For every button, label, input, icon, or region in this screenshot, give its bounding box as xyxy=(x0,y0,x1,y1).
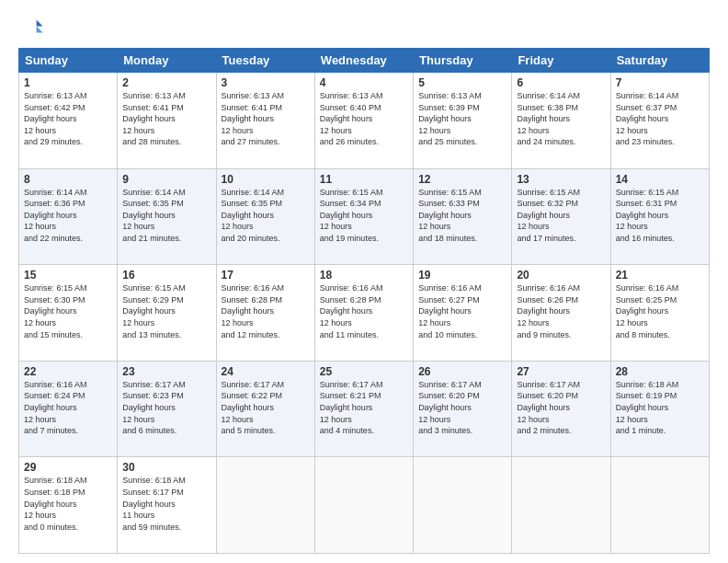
col-header-thursday: Thursday xyxy=(414,49,512,73)
day-number: 3 xyxy=(222,76,310,89)
calendar-cell xyxy=(512,457,610,554)
svg-marker-0 xyxy=(37,20,43,27)
calendar-row-4: 22Sunrise: 6:16 AMSunset: 6:24 PMDayligh… xyxy=(19,361,710,457)
day-info: Sunrise: 6:15 AMSunset: 6:34 PMDaylight … xyxy=(320,187,408,245)
day-number: 30 xyxy=(122,461,210,474)
calendar-cell: 19Sunrise: 6:16 AMSunset: 6:27 PMDayligh… xyxy=(414,265,512,362)
calendar-cell: 24Sunrise: 6:17 AMSunset: 6:22 PMDayligh… xyxy=(216,361,314,457)
day-number: 13 xyxy=(517,173,605,186)
calendar-cell: 3Sunrise: 6:13 AMSunset: 6:41 PMDaylight… xyxy=(216,73,314,169)
calendar-cell: 16Sunrise: 6:15 AMSunset: 6:29 PMDayligh… xyxy=(118,265,216,362)
calendar-cell: 23Sunrise: 6:17 AMSunset: 6:23 PMDayligh… xyxy=(118,361,216,457)
day-info: Sunrise: 6:16 AMSunset: 6:27 PMDaylight … xyxy=(418,282,506,340)
calendar-cell: 12Sunrise: 6:15 AMSunset: 6:33 PMDayligh… xyxy=(414,168,512,265)
day-number: 11 xyxy=(320,173,408,186)
page: SundayMondayTuesdayWednesdayThursdayFrid… xyxy=(0,0,728,563)
svg-marker-1 xyxy=(37,27,43,33)
day-number: 15 xyxy=(24,269,112,282)
day-number: 1 xyxy=(24,76,112,89)
day-number: 24 xyxy=(222,365,310,378)
day-info: Sunrise: 6:18 AMSunset: 6:17 PMDaylight … xyxy=(122,475,210,533)
day-number: 28 xyxy=(616,365,704,378)
calendar-cell: 4Sunrise: 6:13 AMSunset: 6:40 PMDaylight… xyxy=(314,73,413,169)
day-info: Sunrise: 6:15 AMSunset: 6:30 PMDaylight … xyxy=(24,282,112,340)
day-number: 7 xyxy=(616,76,704,89)
day-info: Sunrise: 6:14 AMSunset: 6:36 PMDaylight … xyxy=(24,187,112,245)
calendar-cell: 6Sunrise: 6:14 AMSunset: 6:38 PMDaylight… xyxy=(512,73,610,169)
day-number: 2 xyxy=(122,76,210,89)
day-number: 25 xyxy=(320,365,408,378)
day-number: 20 xyxy=(517,269,605,282)
day-info: Sunrise: 6:17 AMSunset: 6:22 PMDaylight … xyxy=(222,379,310,437)
day-number: 12 xyxy=(418,173,506,186)
day-info: Sunrise: 6:17 AMSunset: 6:21 PMDaylight … xyxy=(320,379,408,437)
logo xyxy=(18,15,48,40)
day-info: Sunrise: 6:17 AMSunset: 6:20 PMDaylight … xyxy=(517,379,605,437)
calendar-cell: 2Sunrise: 6:13 AMSunset: 6:41 PMDaylight… xyxy=(118,73,216,169)
day-number: 18 xyxy=(320,269,408,282)
day-info: Sunrise: 6:13 AMSunset: 6:42 PMDaylight … xyxy=(24,90,112,148)
day-number: 26 xyxy=(418,365,506,378)
day-number: 19 xyxy=(418,269,506,282)
calendar-cell: 30Sunrise: 6:18 AMSunset: 6:17 PMDayligh… xyxy=(118,457,216,554)
calendar-cell: 20Sunrise: 6:16 AMSunset: 6:26 PMDayligh… xyxy=(512,265,610,362)
day-info: Sunrise: 6:16 AMSunset: 6:25 PMDaylight … xyxy=(616,282,704,340)
day-info: Sunrise: 6:17 AMSunset: 6:20 PMDaylight … xyxy=(418,379,506,437)
day-info: Sunrise: 6:14 AMSunset: 6:37 PMDaylight … xyxy=(616,90,704,148)
day-number: 6 xyxy=(517,76,605,89)
day-info: Sunrise: 6:15 AMSunset: 6:31 PMDaylight … xyxy=(616,187,704,245)
day-number: 10 xyxy=(222,173,310,186)
col-header-saturday: Saturday xyxy=(610,49,709,73)
calendar-cell: 28Sunrise: 6:18 AMSunset: 6:19 PMDayligh… xyxy=(610,361,709,457)
calendar-cell: 9Sunrise: 6:14 AMSunset: 6:35 PMDaylight… xyxy=(118,168,216,265)
col-header-sunday: Sunday xyxy=(19,49,118,73)
col-header-wednesday: Wednesday xyxy=(314,49,413,73)
day-info: Sunrise: 6:16 AMSunset: 6:26 PMDaylight … xyxy=(517,282,605,340)
day-number: 16 xyxy=(122,269,210,282)
calendar-cell: 21Sunrise: 6:16 AMSunset: 6:25 PMDayligh… xyxy=(610,265,709,362)
calendar-cell: 22Sunrise: 6:16 AMSunset: 6:24 PMDayligh… xyxy=(19,361,118,457)
calendar-cell: 18Sunrise: 6:16 AMSunset: 6:28 PMDayligh… xyxy=(314,265,413,362)
calendar-cell: 5Sunrise: 6:13 AMSunset: 6:39 PMDaylight… xyxy=(414,73,512,169)
calendar-cell: 14Sunrise: 6:15 AMSunset: 6:31 PMDayligh… xyxy=(610,168,709,265)
day-info: Sunrise: 6:14 AMSunset: 6:35 PMDaylight … xyxy=(222,187,310,245)
logo-icon xyxy=(18,15,44,40)
calendar-cell: 26Sunrise: 6:17 AMSunset: 6:20 PMDayligh… xyxy=(414,361,512,457)
calendar-table: SundayMondayTuesdayWednesdayThursdayFrid… xyxy=(18,48,710,554)
col-header-friday: Friday xyxy=(512,49,610,73)
day-number: 5 xyxy=(418,76,506,89)
calendar-cell: 10Sunrise: 6:14 AMSunset: 6:35 PMDayligh… xyxy=(216,168,314,265)
day-number: 8 xyxy=(24,173,112,186)
calendar-cell: 15Sunrise: 6:15 AMSunset: 6:30 PMDayligh… xyxy=(19,265,118,362)
calendar-cell: 13Sunrise: 6:15 AMSunset: 6:32 PMDayligh… xyxy=(512,168,610,265)
header xyxy=(18,15,710,40)
day-info: Sunrise: 6:18 AMSunset: 6:18 PMDaylight … xyxy=(24,475,112,533)
calendar-cell: 7Sunrise: 6:14 AMSunset: 6:37 PMDaylight… xyxy=(610,73,709,169)
calendar-cell: 27Sunrise: 6:17 AMSunset: 6:20 PMDayligh… xyxy=(512,361,610,457)
calendar-cell: 1Sunrise: 6:13 AMSunset: 6:42 PMDaylight… xyxy=(19,73,118,169)
calendar-cell xyxy=(216,457,314,554)
calendar-cell: 11Sunrise: 6:15 AMSunset: 6:34 PMDayligh… xyxy=(314,168,413,265)
calendar-cell: 25Sunrise: 6:17 AMSunset: 6:21 PMDayligh… xyxy=(314,361,413,457)
day-number: 23 xyxy=(122,365,210,378)
calendar-cell xyxy=(610,457,709,554)
day-number: 22 xyxy=(24,365,112,378)
calendar-cell: 17Sunrise: 6:16 AMSunset: 6:28 PMDayligh… xyxy=(216,265,314,362)
day-number: 21 xyxy=(616,269,704,282)
day-info: Sunrise: 6:13 AMSunset: 6:39 PMDaylight … xyxy=(418,90,506,148)
calendar-cell: 8Sunrise: 6:14 AMSunset: 6:36 PMDaylight… xyxy=(19,168,118,265)
day-number: 17 xyxy=(222,269,310,282)
day-number: 14 xyxy=(616,173,704,186)
day-info: Sunrise: 6:16 AMSunset: 6:24 PMDaylight … xyxy=(24,379,112,437)
calendar-row-1: 1Sunrise: 6:13 AMSunset: 6:42 PMDaylight… xyxy=(19,73,710,169)
day-number: 4 xyxy=(320,76,408,89)
day-info: Sunrise: 6:15 AMSunset: 6:33 PMDaylight … xyxy=(418,187,506,245)
calendar-row-5: 29Sunrise: 6:18 AMSunset: 6:18 PMDayligh… xyxy=(19,457,710,554)
calendar-row-3: 15Sunrise: 6:15 AMSunset: 6:30 PMDayligh… xyxy=(19,265,710,362)
day-info: Sunrise: 6:14 AMSunset: 6:38 PMDaylight … xyxy=(517,90,605,148)
calendar-cell: 29Sunrise: 6:18 AMSunset: 6:18 PMDayligh… xyxy=(19,457,118,554)
calendar-header-row: SundayMondayTuesdayWednesdayThursdayFrid… xyxy=(19,49,710,73)
col-header-tuesday: Tuesday xyxy=(216,49,314,73)
day-info: Sunrise: 6:13 AMSunset: 6:41 PMDaylight … xyxy=(122,90,210,148)
day-info: Sunrise: 6:15 AMSunset: 6:29 PMDaylight … xyxy=(122,282,210,340)
